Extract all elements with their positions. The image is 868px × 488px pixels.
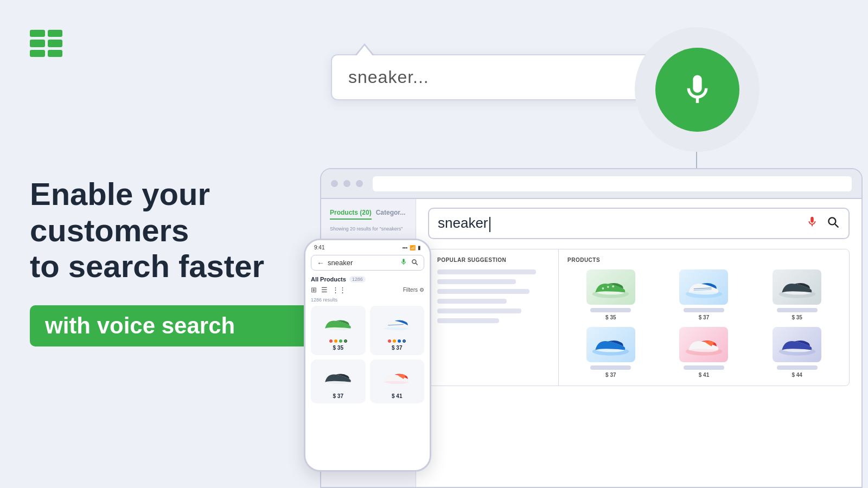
voice-search-input[interactable]: sneaker... bbox=[348, 67, 682, 87]
mobile-product-card-4[interactable]: $ 41 bbox=[370, 359, 425, 403]
logo bbox=[30, 30, 312, 57]
product-card-4[interactable]: $ 37 bbox=[567, 327, 654, 378]
svg-line-12 bbox=[416, 264, 418, 265]
headline: Enable your customers to search faster bbox=[30, 176, 312, 285]
product-card-6[interactable]: $ 44 bbox=[754, 327, 840, 378]
color-dot bbox=[329, 339, 333, 343]
grid-view-icon[interactable]: ⊞ bbox=[311, 286, 317, 294]
tab-products[interactable]: Products (20) bbox=[330, 209, 372, 220]
pop-bars bbox=[437, 269, 550, 323]
products-title: PRODUCTS bbox=[567, 257, 840, 263]
mobile-product-card-2[interactable]: $ 37 bbox=[370, 306, 425, 355]
pop-bar-6 bbox=[437, 318, 499, 323]
pop-bar-2 bbox=[437, 279, 516, 284]
mobile-product-card-1[interactable]: $ 35 bbox=[311, 306, 366, 355]
results-count: 1286 results bbox=[305, 297, 430, 306]
all-products-text: All Products bbox=[311, 276, 346, 282]
sidebar-tabs: Products (20) Categor... bbox=[330, 209, 407, 220]
svg-point-3 bbox=[612, 285, 615, 287]
product-card-1[interactable]: $ 35 bbox=[567, 269, 654, 320]
mobile-mic-icon[interactable] bbox=[400, 258, 407, 267]
product-name-bar-3 bbox=[777, 308, 818, 312]
browser-dot-3 bbox=[356, 180, 363, 187]
mobile-filters-button[interactable]: Filters ⚙ bbox=[403, 287, 424, 293]
logo-icon bbox=[30, 30, 62, 57]
tab-categories[interactable]: Categor... bbox=[376, 209, 406, 220]
microphone-icon bbox=[680, 72, 715, 107]
pop-bar-4 bbox=[437, 299, 507, 304]
product-card-2[interactable]: $ 37 bbox=[661, 269, 748, 320]
voice-badge: with voice search bbox=[30, 305, 312, 346]
mobile-shoe-image-2 bbox=[378, 310, 416, 337]
product-image-2 bbox=[679, 269, 728, 305]
browser-header bbox=[321, 169, 861, 199]
browser-dot-1 bbox=[331, 180, 338, 187]
view-options: ⊞ ☰ ⋮⋮ Filters ⚙ bbox=[305, 285, 430, 297]
mobile-mockup: 9:41 ▪▪▪ 📶 ▮ ← sneaker bbox=[304, 239, 431, 472]
mobile-search-bar[interactable]: ← sneaker bbox=[311, 255, 424, 271]
svg-point-1 bbox=[602, 287, 604, 290]
desktop-search-bar[interactable]: sneaker bbox=[428, 208, 850, 239]
mobile-products-grid: $ 35 $ 37 bbox=[305, 306, 430, 403]
product-image-5 bbox=[679, 327, 728, 362]
back-arrow-icon[interactable]: ← bbox=[317, 259, 324, 267]
color-dot bbox=[393, 339, 396, 343]
product-price-2: $ 37 bbox=[699, 314, 709, 320]
mobile-shoe-image-3 bbox=[319, 364, 357, 391]
browser-dot-2 bbox=[343, 180, 350, 187]
product-price-4: $ 37 bbox=[605, 372, 616, 378]
list-view-icon[interactable]: ☰ bbox=[321, 286, 328, 294]
left-panel: Enable your customers to search faster w… bbox=[30, 0, 312, 488]
mobile-time: 9:41 bbox=[314, 245, 324, 251]
product-card-3[interactable]: $ 35 bbox=[754, 269, 840, 320]
mobile-shoe-image-4 bbox=[378, 364, 416, 391]
pop-bar-1 bbox=[437, 269, 536, 274]
battery-icon: ▮ bbox=[418, 245, 421, 251]
color-dot bbox=[403, 339, 406, 343]
product-image-4 bbox=[586, 327, 635, 362]
svg-point-2 bbox=[607, 286, 609, 288]
product-price-3: $ 35 bbox=[792, 314, 802, 320]
mic-circle-inner[interactable] bbox=[655, 48, 739, 132]
mobile-price-3: $ 37 bbox=[333, 393, 343, 399]
product-count-badge: 1286 bbox=[349, 276, 366, 282]
signal-icon: 📶 bbox=[410, 245, 416, 251]
color-dot bbox=[398, 339, 401, 343]
wifi-icon: ▪▪▪ bbox=[402, 245, 407, 251]
svg-point-11 bbox=[412, 260, 416, 264]
product-name-bar-1 bbox=[590, 308, 631, 312]
headline-line2: customers bbox=[30, 213, 312, 249]
mobile-product-card-3[interactable]: $ 37 bbox=[311, 359, 366, 403]
products-panel: PRODUCTS bbox=[559, 249, 849, 386]
mic-circle-outer[interactable] bbox=[635, 27, 760, 152]
color-dot bbox=[344, 339, 347, 343]
mobile-shoe-image-1 bbox=[319, 310, 357, 337]
search-icon[interactable] bbox=[826, 215, 840, 232]
color-dots-2 bbox=[388, 339, 406, 343]
product-name-bar-5 bbox=[684, 365, 724, 370]
color-dot bbox=[339, 339, 342, 343]
headline-line3: to search faster bbox=[30, 248, 312, 285]
mobile-search-input[interactable]: sneaker bbox=[328, 259, 397, 267]
mobile-price-4: $ 41 bbox=[392, 393, 402, 399]
mobile-search-icon[interactable] bbox=[411, 258, 418, 267]
product-name-bar-6 bbox=[777, 365, 818, 370]
desktop-search-input[interactable]: sneaker bbox=[438, 215, 806, 232]
pop-bar-5 bbox=[437, 309, 521, 313]
mic-icon-red[interactable] bbox=[806, 216, 818, 231]
popular-title: POPULAR SUGGESTION bbox=[437, 257, 550, 263]
cols-view-icon[interactable]: ⋮⋮ bbox=[332, 286, 346, 294]
popular-suggestions: POPULAR SUGGESTION bbox=[429, 249, 559, 386]
desktop-main: sneaker bbox=[416, 199, 861, 487]
browser-url-bar[interactable] bbox=[373, 176, 852, 191]
mobile-status-icons: ▪▪▪ 📶 ▮ bbox=[402, 245, 421, 251]
all-products-header: All Products 1286 bbox=[305, 275, 430, 285]
product-card-5[interactable]: $ 41 bbox=[661, 327, 748, 378]
product-name-bar-4 bbox=[590, 365, 631, 370]
product-price-1: $ 35 bbox=[605, 314, 616, 320]
showing-text: Showing 20 results for "sneakers" bbox=[330, 226, 407, 232]
product-image-1 bbox=[586, 269, 635, 305]
headline-line1: Enable your bbox=[30, 176, 312, 213]
suggestion-panel: POPULAR SUGGESTION PRODUCTS bbox=[428, 249, 850, 386]
product-price-6: $ 44 bbox=[792, 372, 802, 378]
